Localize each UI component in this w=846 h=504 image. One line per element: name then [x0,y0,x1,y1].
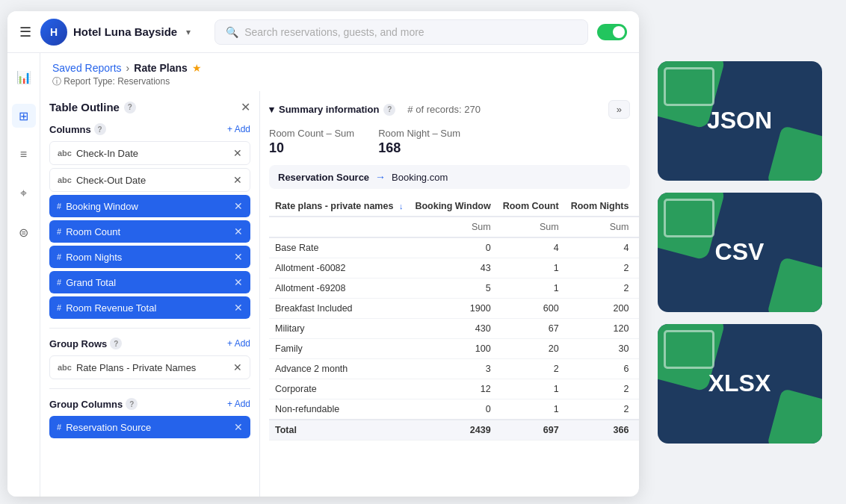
cell-room-nights: 200 [565,299,635,319]
remove-column-icon[interactable]: ✕ [234,251,243,263]
cell-name: Family [269,339,409,359]
cell-room-nights: 2 [565,279,635,299]
remove-group-col-icon[interactable]: ✕ [234,421,243,433]
toggle-switch[interactable] [597,24,627,40]
cell-room-nights: 2 [565,399,635,420]
cell-room-nights: 30 [565,339,635,359]
col-header-room-nights[interactable]: Room Nights [565,196,635,217]
total-room-count: 697 [497,420,565,441]
filter-value: Booking.com [392,172,448,183]
sidebar-icon-filter[interactable]: ⌖ [12,181,36,205]
filter-arrow-icon: → [375,171,386,183]
remove-column-icon[interactable]: ✕ [234,225,243,237]
remove-column-icon[interactable]: ✕ [233,147,242,159]
close-icon[interactable]: ✕ [241,100,250,114]
sidebar-icon-chart[interactable]: 📊 [12,65,36,89]
sidebar-icon-table[interactable]: ⊞ [12,104,36,128]
cell-booking-window: 5 [409,279,496,299]
columns-section-header: Columns ? + Add [49,123,250,135]
breadcrumb-current: Rate Plans [134,62,188,74]
star-icon[interactable]: ★ [192,62,202,74]
column-tag: # Room Revenue Total ✕ [49,296,250,319]
remove-column-icon[interactable]: ✕ [234,200,243,212]
tag-name: Room Revenue Total [66,302,156,314]
tag-left: # Grand Total [57,277,116,288]
tag-type-icon: # [57,303,61,312]
column-tag: # Grand Total ✕ [49,271,250,293]
body-layout: 📊 ⊞ ≡ ⌖ ⊜ Saved Reports › Rate Plans ★ ⓘ… [7,53,639,497]
export-panel: JSON CSV XLSX [633,0,846,504]
columns-help-icon[interactable]: ? [94,123,106,135]
tag-left: # Room Nights [57,252,122,263]
summary-help-icon[interactable]: ? [383,104,395,116]
group-rows-label: Group Rows ? [49,337,122,349]
tag-type-icon: # [57,278,61,287]
group-rows-section-header: Group Rows ? + Add [49,337,250,349]
hotel-name: Hotel Luna Bayside [73,25,177,38]
cell-room-count: 1 [497,258,565,279]
tag-name: Grand Total [66,277,116,288]
cell-booking-window: 1900 [409,299,496,319]
columns-list: abc Check-In Date ✕ abc Check-Out Date ✕… [49,141,250,319]
cell-room-count: 600 [497,299,565,319]
sub-col-booking-window: Sum [409,217,496,237]
sub-col-room-nights: Sum [565,217,635,237]
csv-export-card[interactable]: CSV [658,193,822,312]
cell-booking-window: 0 [409,399,496,420]
columns-label: Columns ? [49,123,106,135]
chevron-sm-icon: ▾ [269,104,274,115]
sidebar-icon-settings[interactable]: ⊜ [12,220,36,244]
add-group-col-button[interactable]: + Add [227,399,250,409]
tag-left: # Room Count [57,226,120,237]
col-header-booking-window[interactable]: Booking Window [409,196,496,217]
cell-booking-window: 3 [409,359,496,379]
group-columns-list: # Reservation Source ✕ [49,416,250,438]
sidebar-icon-list[interactable]: ≡ [12,143,36,167]
remove-group-row-icon[interactable]: ✕ [233,361,242,373]
tag-type-icon: abc [58,363,72,372]
records-count: # of records: 270 [407,104,481,115]
expand-button[interactable]: » [608,100,630,119]
summary-toggle[interactable]: ▾ Summary information ? [269,104,395,116]
tag-left: # Room Revenue Total [57,302,156,314]
breadcrumb-area: Saved Reports › Rate Plans ★ ⓘ Report Ty… [40,53,639,91]
tag-name: Rate Plans - Private Names [76,362,196,373]
cell-name: Base Rate [269,237,409,258]
tag-left: # Booking Window [57,201,138,212]
cell-name: Military [269,319,409,339]
remove-column-icon[interactable]: ✕ [234,276,243,288]
add-group-row-button[interactable]: + Add [227,338,250,349]
left-panel: Table Outline ? ✕ Columns ? + Add [40,91,260,497]
cell-room-nights: 4 [565,237,635,258]
search-bar[interactable]: 🔍 Search reservations, guests, and more [214,19,588,45]
remove-column-icon[interactable]: ✕ [234,302,243,314]
group-rows-help-icon[interactable]: ? [110,337,122,349]
json-label: JSON [707,107,772,134]
cell-room-count: 67 [497,319,565,339]
group-columns-help-icon[interactable]: ? [126,398,138,410]
cell-name: Non-refundable [269,399,409,420]
room-night-label: Room Night – Sum [378,128,460,139]
add-column-button[interactable]: + Add [227,124,250,134]
xlsx-export-card[interactable]: XLSX [658,324,822,444]
report-type-label: ⓘ Report Type: Reservations [52,75,627,88]
remove-column-icon[interactable]: ✕ [233,174,242,186]
table-row: Advance 2 month 3 2 6 2405.40 [269,359,639,379]
col-header-name[interactable]: Rate plans - private names ↓ [269,196,409,217]
filter-label: Reservation Source [278,172,369,183]
json-export-card[interactable]: JSON [658,61,822,181]
column-tag: abc Check-Out Date ✕ [49,168,250,192]
cell-name: Advance 2 month [269,359,409,379]
table-row: Allotment -69208 5 1 2 335.56 [269,279,639,299]
sort-icon: ↓ [399,202,404,211]
col-header-room-count[interactable]: Room Count [497,196,565,217]
hamburger-icon[interactable]: ☰ [19,24,31,40]
room-count-stat: Room Count – Sum 10 [269,128,354,156]
tag-name: Reservation Source [66,422,151,433]
help-icon[interactable]: ? [124,102,136,113]
tag-type-icon: # [57,227,61,236]
chevron-down-icon[interactable]: ▾ [186,27,191,37]
tag-type-icon: # [57,202,61,211]
breadcrumb-parent[interactable]: Saved Reports [52,62,122,74]
tag-left: # Reservation Source [57,422,151,433]
